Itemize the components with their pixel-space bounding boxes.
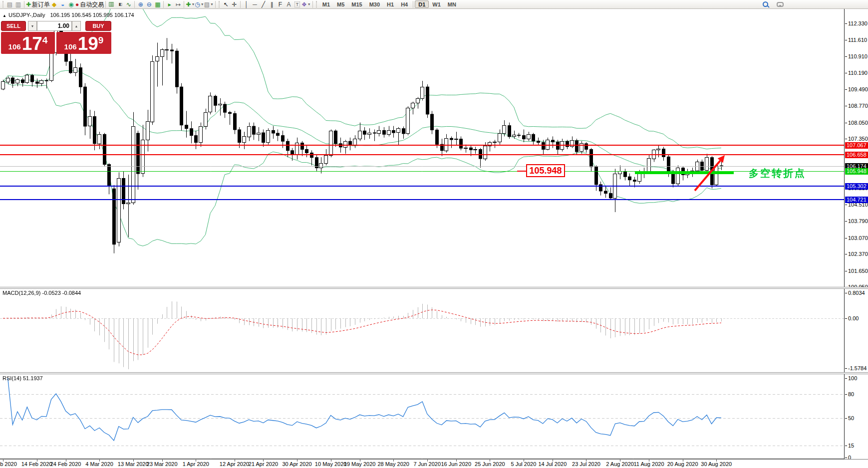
buy-price-display[interactable]: 106 19 9: [56, 32, 111, 54]
bar-chart-icon: ▤: [108, 1, 116, 7]
zoom-out-icon[interactable]: ⊖: [145, 0, 153, 8]
price-tick-label: 103.790: [848, 218, 868, 224]
one-click-trading-panel: SELL ▼ 1.00 ▲ BUY 106 17 4 106 19 9: [1, 21, 111, 54]
timeframe-h1-button[interactable]: H1: [383, 0, 397, 8]
price-axis[interactable]: 112.330111.610110.910110.190109.490108.7…: [844, 9, 868, 459]
turning-point-annotation[interactable]: 多空转折点: [749, 167, 806, 180]
volume-decrease-button[interactable]: ▼: [28, 21, 37, 31]
macd-tick-label: 0.00: [848, 315, 859, 321]
search-icon[interactable]: [761, 0, 770, 8]
signals-icon[interactable]: ◉: [67, 0, 75, 8]
text-label-icon[interactable]: T: [293, 0, 301, 8]
charts-window-icon[interactable]: ▤: [5, 0, 14, 8]
arrows-icon[interactable]: ❖▼: [301, 0, 311, 8]
crosshair-icon[interactable]: ✛: [230, 0, 239, 8]
timeframe-w1-button[interactable]: W1: [429, 0, 444, 8]
text-icon[interactable]: A: [285, 0, 293, 8]
zoom-out-icon: ⊖: [147, 0, 152, 8]
timeframe-mn-button[interactable]: MN: [444, 0, 460, 8]
price-flag-104.721: 104.721: [845, 197, 868, 203]
text-icon: A: [287, 0, 291, 8]
candlestick-icon[interactable]: ▮▯: [116, 0, 124, 8]
timeframe-h4-button[interactable]: H4: [397, 0, 411, 8]
rsi-tick-label: 15: [848, 443, 854, 449]
price-tick-label: 110.190: [848, 70, 868, 76]
sell-button[interactable]: SELL: [1, 21, 26, 31]
timeframe-m5-button[interactable]: M5: [333, 0, 348, 8]
community-icon: ◒: [61, 0, 64, 8]
price-flag-106.658: 106.658: [845, 152, 868, 158]
tile-windows-icon[interactable]: ▦: [153, 0, 162, 8]
autotrading-icon[interactable]: ●自动交易: [75, 0, 104, 8]
line-chart-icon: ∿: [126, 0, 131, 8]
profiles-icon[interactable]: ▥: [14, 0, 22, 8]
equidistant-channel-icon[interactable]: ∥: [268, 0, 276, 8]
time-axis[interactable]: 5 Feb 202014 Feb 202024 Feb 20204 Mar 20…: [0, 459, 868, 468]
chat-icon[interactable]: [776, 0, 784, 8]
cursor-icon[interactable]: ↖: [222, 0, 230, 8]
templates-icon: ▧: [204, 0, 210, 8]
community-icon[interactable]: ◒: [58, 0, 67, 8]
zoom-in-icon: ⊕: [138, 0, 143, 8]
price-flag-105.948: 105.948: [845, 168, 868, 175]
toolbar-drag-handle[interactable]: [2, 1, 4, 7]
price-tick-label: 111.610: [848, 37, 867, 43]
trendline-icon[interactable]: ╱: [259, 0, 268, 8]
chevron-down-icon[interactable]: ▼: [191, 0, 195, 8]
toolbar-separator: [215, 1, 216, 8]
chevron-down-icon[interactable]: ▼: [307, 0, 311, 8]
volume-increase-button[interactable]: ▲: [72, 21, 81, 31]
chart-canvas[interactable]: [0, 9, 844, 459]
toolbar-separator: [312, 1, 313, 8]
rsi-tick-label: 100: [848, 375, 857, 381]
templates-icon[interactable]: ▧▼: [204, 0, 214, 8]
signals-icon: ◉: [68, 0, 73, 8]
sell-price-display[interactable]: 106 17 4: [1, 32, 55, 54]
toolbar-separator: [184, 1, 184, 8]
macd-indicator-label: MACD(12,26,9) -0.0523 -0.0844: [2, 290, 81, 296]
indicators-icon[interactable]: ✚▼: [186, 0, 195, 8]
price-flag-105.302: 105.302: [845, 183, 868, 190]
timeframe-d1-button[interactable]: D1: [415, 0, 429, 8]
timeframe-m1-button[interactable]: M1: [319, 0, 333, 8]
periods-icon[interactable]: ◷▼: [195, 0, 204, 8]
time-tick-label: 23 Jul 2020: [569, 461, 603, 467]
collapse-triangle-icon[interactable]: ▲: [2, 13, 6, 18]
price-callout-label[interactable]: 105.948: [526, 164, 565, 177]
timeframe-m15-button[interactable]: M15: [348, 0, 365, 8]
price-tick-label: 112.330: [848, 20, 868, 26]
rsi-tick-label: 80: [848, 391, 854, 397]
time-tick-label: 24 Feb 2020: [48, 461, 83, 467]
panel-splitter-rsi[interactable]: [0, 372, 868, 374]
chevron-down-icon[interactable]: ▼: [201, 0, 204, 8]
time-tick-label: 1 Apr 2020: [178, 461, 213, 467]
zoom-in-icon[interactable]: ⊕: [136, 0, 145, 8]
time-tick-label: 4 Mar 2020: [82, 461, 117, 467]
timeframe-m30-button[interactable]: M30: [366, 0, 383, 8]
vertical-line-icon[interactable]: │: [242, 0, 251, 8]
metaeditor-icon[interactable]: ◆: [50, 0, 58, 8]
buy-button[interactable]: BUY: [85, 21, 111, 31]
chevron-down-icon[interactable]: ▼: [210, 0, 214, 8]
fibonacci-icon[interactable]: F: [276, 0, 285, 8]
chart-ohlc-values: 106.195 106.545 105.995 106.174: [50, 12, 134, 18]
toolbar-drag-handle[interactable]: [219, 1, 220, 7]
panel-splitter-macd[interactable]: [0, 287, 868, 289]
trendline-icon: ╱: [262, 0, 265, 8]
line-chart-icon[interactable]: ∿: [124, 0, 133, 8]
horizontal-line-icon[interactable]: ─: [251, 0, 259, 8]
toolbar-drag-handle[interactable]: [316, 1, 317, 7]
bar-chart-icon[interactable]: ▤: [107, 0, 116, 8]
volume-input[interactable]: 1.00: [37, 21, 72, 31]
chart-shift-icon[interactable]: ↦: [174, 0, 182, 8]
new-order-icon-label: 新订单: [32, 0, 50, 8]
new-order-icon[interactable]: ✚新订单: [26, 0, 50, 8]
crosshair-icon: ✛: [232, 0, 237, 8]
price-tick-label: 109.490: [848, 86, 868, 92]
auto-scroll-icon[interactable]: ▸: [165, 0, 174, 8]
price-tick-label: 103.070: [848, 235, 868, 241]
cursor-icon: ↖: [223, 0, 228, 8]
autotrading-icon: ●: [75, 0, 79, 8]
sell-price-main: 17: [22, 35, 42, 52]
price-tick-label: 107.350: [848, 136, 868, 142]
